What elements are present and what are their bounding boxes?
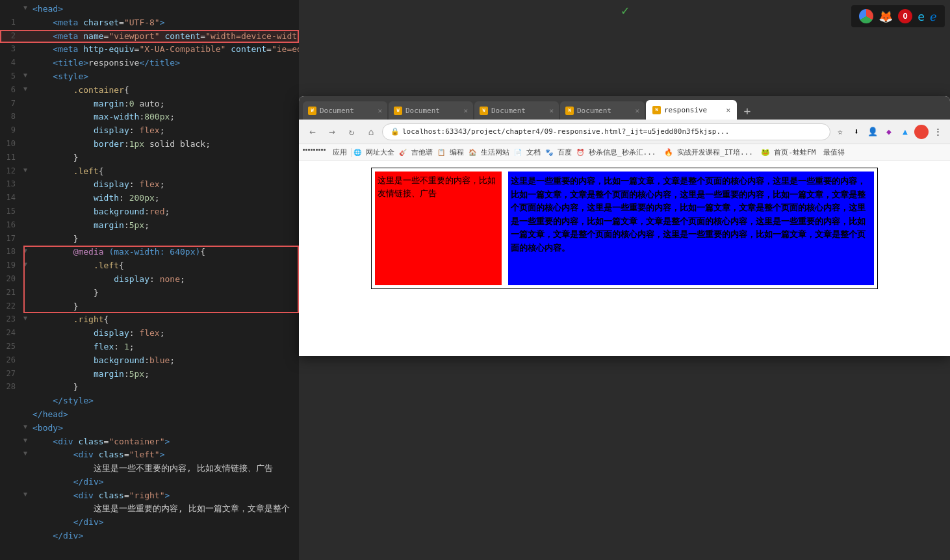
- bookmark-icon[interactable]: ☆: [833, 125, 847, 139]
- tab-close-1[interactable]: ✕: [378, 107, 382, 115]
- new-tab-button[interactable]: +: [738, 101, 756, 120]
- editor-line: 6 ▼ .container{: [0, 84, 299, 97]
- url-text: localhost:63343/project/chapter4/09-resp…: [402, 127, 822, 136]
- editor-line-media: 18 ▼ @media (max-width: 640px){: [0, 246, 299, 259]
- line-number: 26: [0, 354, 21, 366]
- extension-icon-2[interactable]: ▲: [898, 125, 912, 139]
- forward-button[interactable]: →: [324, 123, 340, 140]
- line-content: <div class="container">: [30, 435, 299, 449]
- line-number: 14: [0, 192, 21, 204]
- chrome-icon[interactable]: [859, 9, 873, 23]
- toolbar-icons: ☆ ⬇ 👤 ◆ ▲ ⋮: [833, 125, 945, 139]
- tab-icon-5: W: [652, 106, 661, 114]
- browser-tab-2[interactable]: W Document ✕: [389, 101, 473, 120]
- refresh-button[interactable]: ↻: [343, 123, 360, 140]
- ie-icon[interactable]: e: [918, 10, 925, 23]
- line-content: <div class="left">: [30, 448, 299, 462]
- url-bar[interactable]: 🔒 localhost:63343/project/chapter4/09-re…: [382, 123, 830, 140]
- collapse-icon[interactable]: ▼: [21, 422, 30, 432]
- line-content: }: [30, 233, 299, 246]
- collapse-icon[interactable]: ▼: [21, 259, 30, 270]
- line-content: display: flex;: [30, 178, 299, 192]
- ext-icons-bar: 🦊 O e ℯ: [851, 5, 945, 27]
- collapse-icon[interactable]: ▼: [21, 435, 30, 446]
- tab-close-3[interactable]: ✕: [549, 107, 554, 115]
- line-content: }: [30, 381, 299, 394]
- collapse-icon[interactable]: ▼: [21, 313, 30, 324]
- opera-icon[interactable]: O: [898, 9, 912, 23]
- collapse-icon[interactable]: ▼: [21, 489, 30, 500]
- editor-line: ▼ <body>: [0, 422, 299, 435]
- line-number: 19: [0, 259, 21, 272]
- line-number: 1: [0, 16, 21, 29]
- browser-tab-bar: W Document ✕ W Document ✕ W Document ✕ W…: [299, 96, 950, 120]
- home-button[interactable]: ⌂: [363, 123, 379, 140]
- collapse-icon[interactable]: ▼: [21, 246, 30, 256]
- line-number: 9: [0, 124, 21, 136]
- bookmark-baidu[interactable]: 百度: [554, 146, 575, 159]
- line-content: <body>: [30, 422, 299, 435]
- bookmark-guitar[interactable]: 吉他谱: [408, 146, 436, 159]
- tab-close-5[interactable]: ✕: [726, 106, 730, 114]
- line-content: }: [30, 300, 299, 314]
- browser-tab-4[interactable]: W Document ✕: [560, 101, 645, 120]
- bookmark-frog[interactable]: 🐸 首页-蛙蛙FM: [758, 146, 819, 159]
- bookmark-doc[interactable]: 文档: [523, 146, 544, 159]
- demo-right-panel: 这里是一些重要的内容，比如一篇文章，文章是整个页面的核心内容，这里是一些重要的内…: [508, 172, 874, 285]
- bookmark-zuizhi[interactable]: 最值得: [820, 146, 848, 159]
- collapse-icon[interactable]: ▼: [21, 165, 30, 175]
- google-icon[interactable]: [914, 125, 929, 139]
- line-number: 4: [0, 57, 21, 69]
- profile-icon[interactable]: 👤: [866, 125, 880, 139]
- firefox-icon[interactable]: 🦊: [879, 10, 893, 23]
- line-content: .left{: [30, 165, 299, 179]
- collapse-icon[interactable]: ▼: [21, 448, 30, 459]
- editor-line: 5 ▼ <style>: [0, 70, 299, 84]
- bookmark-web[interactable]: 网址大全: [363, 146, 398, 159]
- browser-tab-1[interactable]: W Document ✕: [303, 101, 387, 120]
- line-content: .left{: [30, 259, 299, 273]
- editor-content: ▼ <head> 1 <meta charset="UTF-8"> 2 <met…: [0, 0, 299, 546]
- bookmark-miaosha[interactable]: 秒杀信息_秒杀汇...: [585, 146, 660, 159]
- download-icon[interactable]: ⬇: [849, 125, 864, 139]
- apps-icon[interactable]: [303, 149, 326, 156]
- extension-icon-1[interactable]: ◆: [882, 125, 896, 139]
- editor-scroll[interactable]: ▼ <head> 1 <meta charset="UTF-8"> 2 <met…: [0, 0, 299, 560]
- bookmark-course[interactable]: 🔥 实战开发课程_IT培...: [661, 146, 756, 159]
- editor-line: 这里是一些不重要的内容, 比如友情链接、广告: [0, 462, 299, 476]
- editor-line: 16 margin:5px;: [0, 219, 299, 233]
- menu-icon[interactable]: ⋮: [931, 125, 945, 139]
- bookmark-icon-code: 📋: [437, 149, 445, 156]
- line-number: 23: [0, 313, 21, 325]
- line-content: </style>: [30, 394, 299, 408]
- bookmark-code[interactable]: 编程: [446, 146, 467, 159]
- editor-line: 10 border:1px solid black;: [0, 138, 299, 151]
- edge-icon[interactable]: ℯ: [930, 10, 937, 23]
- collapse-icon[interactable]: ▼: [21, 70, 30, 81]
- line-content: display: flex;: [30, 124, 299, 138]
- tab-close-4[interactable]: ✕: [635, 107, 639, 115]
- line-content: <head>: [30, 3, 299, 16]
- lock-icon: 🔒: [391, 127, 400, 136]
- editor-line-media: 21 }: [0, 286, 299, 300]
- editor-line-media: 19 ▼ .left{: [0, 259, 299, 273]
- browser-tab-3[interactable]: W Document ✕: [474, 101, 559, 120]
- editor-line: ▼ <div class="right">: [0, 489, 299, 503]
- line-content: display: flex;: [30, 327, 299, 340]
- editor-line: 9 display: flex;: [0, 124, 299, 138]
- browser-tab-5-active[interactable]: W responsive ✕: [646, 100, 737, 120]
- bookmark-life[interactable]: 生活网站: [478, 146, 513, 159]
- editor-line: </div>: [0, 529, 299, 543]
- editor-line-media: 20 display: none;: [0, 273, 299, 286]
- bookmark-apps[interactable]: 应用: [329, 146, 350, 159]
- collapse-icon[interactable]: ▼: [21, 84, 30, 94]
- line-content: display: none;: [30, 273, 299, 286]
- editor-line: 24 display: flex;: [0, 327, 299, 340]
- line-number: 18: [0, 246, 21, 258]
- line-number: 15: [0, 205, 21, 218]
- tab-close-2[interactable]: ✕: [463, 107, 468, 115]
- divider: [352, 148, 352, 157]
- line-content: </head>: [30, 408, 299, 422]
- back-button[interactable]: ←: [304, 123, 321, 140]
- collapse-icon[interactable]: ▼: [21, 3, 30, 13]
